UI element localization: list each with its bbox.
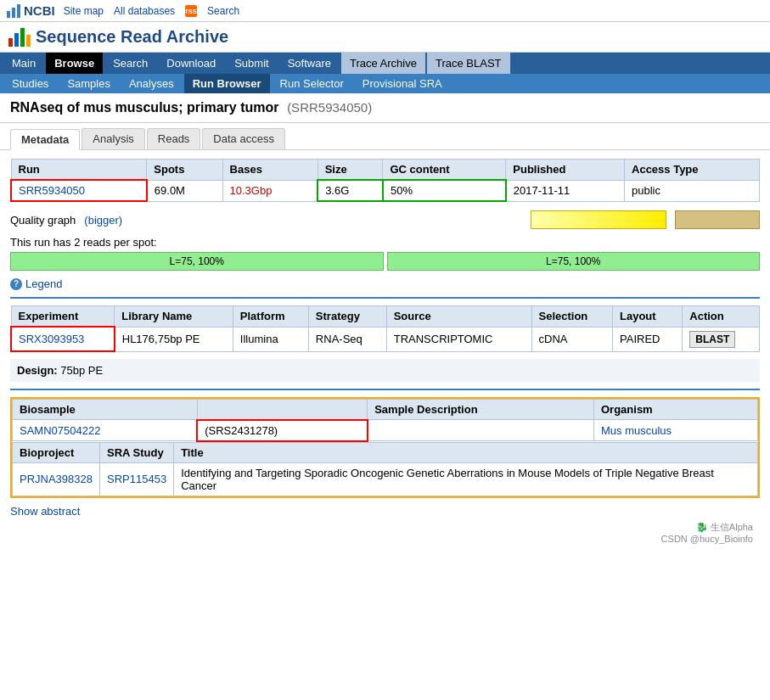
title-value: Identifying and Targeting Sporadic Oncog… <box>174 462 758 496</box>
col-run: Run <box>11 160 147 181</box>
access-value: public <box>625 180 760 201</box>
published-value: 2017-11-11 <box>506 180 625 201</box>
bioproject-link[interactable]: PRJNA398328 <box>20 473 93 485</box>
col-sample-desc: Sample Description <box>368 400 594 420</box>
experiment-table: Experiment Library Name Platform Strateg… <box>10 305 760 352</box>
search-top-link[interactable]: Search <box>207 5 239 17</box>
design-section: Design: 75bp PE <box>10 359 760 382</box>
blast-button[interactable]: BLAST <box>689 331 735 348</box>
subnav-provisional-sra[interactable]: Provisional SRA <box>354 74 451 93</box>
strategy-value: RNA-Seq <box>308 327 386 351</box>
tab-analysis[interactable]: Analysis <box>81 128 144 149</box>
run-link[interactable]: SRR5934050 <box>19 184 85 197</box>
sample-table: Biosample Sample Description Organism SA… <box>12 399 758 442</box>
tab-reads[interactable]: Reads <box>147 128 201 149</box>
sitemap-link[interactable]: Site map <box>64 5 104 17</box>
experiment-link[interactable]: SRX3093953 <box>19 333 84 345</box>
subnav-samples[interactable]: Samples <box>59 74 119 93</box>
subnav-studies[interactable]: Studies <box>3 74 57 93</box>
watermark: 🐉 生信AlphaCSDN @hucy_Bioinfo <box>10 518 760 547</box>
nav-search[interactable]: Search <box>104 53 156 74</box>
col-gc: GC content <box>383 160 506 181</box>
bioproject-table: Bioproject SRA Study Title PRJNA398328 S… <box>12 442 758 496</box>
col-strategy: Strategy <box>308 306 386 328</box>
sra-header: Sequence Read Archive <box>0 22 770 53</box>
col-sra-study: SRA Study <box>100 442 174 462</box>
col-source: Source <box>386 306 531 328</box>
col-biosample: Biosample <box>13 400 198 420</box>
nav-software[interactable]: Software <box>279 53 340 74</box>
ncbi-label: NCBI <box>24 3 55 18</box>
organism-link[interactable]: Mus musculus <box>601 424 672 437</box>
nav-submit[interactable]: Submit <box>226 53 277 74</box>
nav-browse[interactable]: Browse <box>46 53 103 74</box>
gc-value: 50% <box>383 180 506 201</box>
action-cell: BLAST <box>683 327 760 351</box>
quality-label: Quality graph <box>10 214 76 227</box>
col-bioproject: Bioproject <box>13 442 100 462</box>
nav-download[interactable]: Download <box>158 53 224 74</box>
rss-icon: rss <box>185 5 197 17</box>
col-bases: Bases <box>222 160 318 181</box>
source-value: TRANSCRIPTOMIC <box>386 327 531 351</box>
all-databases-link[interactable]: All databases <box>114 5 175 17</box>
tab-metadata[interactable]: Metadata <box>10 129 80 150</box>
reads-section: This run has 2 reads per spot: L=75, 100… <box>10 236 760 271</box>
top-bar: NCBI Site map All databases rss Search <box>0 0 770 22</box>
ncbi-bar-icon <box>7 4 20 18</box>
col-platform: Platform <box>233 306 308 328</box>
nav-trace-blast[interactable]: Trace BLAST <box>427 53 510 74</box>
subnav-run-browser[interactable]: Run Browser <box>184 74 270 93</box>
ncbi-logo: NCBI <box>7 3 55 18</box>
accession: (SRR5934050) <box>287 100 372 115</box>
sra-chart-icon <box>8 28 31 47</box>
read-bar-1: L=75, 100% <box>10 252 384 271</box>
nav-main[interactable]: Main <box>3 53 44 74</box>
read-bar-2: L=75, 100% <box>387 252 761 271</box>
experiment-id-cell: SRX3093953 <box>11 327 115 351</box>
col-size: Size <box>318 160 383 181</box>
sra-logo: Sequence Read Archive <box>8 27 228 47</box>
biosample-link[interactable]: SAMN07504222 <box>20 424 100 437</box>
page-title: RNAseq of mus musculus; primary tumor <box>10 100 279 115</box>
quality-bigger-link[interactable]: (bigger) <box>84 214 122 227</box>
legend-label: Legend <box>25 277 62 290</box>
quality-bar-yellow <box>531 210 666 229</box>
srs-value: (SRS2431278) <box>197 420 368 441</box>
library-name-value: HL176,75bp PE <box>115 327 233 351</box>
legend-icon: ? <box>10 278 22 290</box>
legend-link[interactable]: ? Legend <box>10 277 760 290</box>
subnav-run-selector[interactable]: Run Selector <box>272 74 352 93</box>
platform-value: Illumina <box>233 327 308 351</box>
col-layout: Layout <box>613 306 683 328</box>
sample-desc-value <box>368 420 594 441</box>
col-organism: Organism <box>594 400 758 420</box>
col-published: Published <box>506 160 625 181</box>
spots-value: 69.0M <box>147 180 222 201</box>
nav-trace-archive[interactable]: Trace Archive <box>341 53 425 74</box>
page-title-bar: RNAseq of mus musculus; primary tumor (S… <box>0 93 770 123</box>
size-value: 3.6G <box>318 180 383 201</box>
run-value: SRR5934050 <box>11 180 147 201</box>
layout-value: PAIRED <box>613 327 683 351</box>
reads-intro: This run has 2 reads per spot: <box>10 236 760 249</box>
biosample-row: SAMN07504222 (SRS2431278) Mus musculus <box>13 420 758 441</box>
content-area: Run Spots Bases Size GC content Publishe… <box>0 150 770 556</box>
design-value: 75bp PE <box>60 364 103 377</box>
show-abstract-link[interactable]: Show abstract <box>10 505 80 518</box>
sra-title: Sequence Read Archive <box>36 27 228 47</box>
sra-study-link[interactable]: SRP115453 <box>107 473 166 485</box>
bases-value: 10.3Gbp <box>222 180 318 201</box>
bioproject-value: PRJNA398328 <box>13 462 100 496</box>
subnav-analyses[interactable]: Analyses <box>121 74 183 93</box>
biosample-value: SAMN07504222 <box>13 420 198 441</box>
main-nav: Main Browse Search Download Submit Softw… <box>0 53 770 74</box>
top-links: Site map All databases rss Search <box>64 5 239 17</box>
metadata-row: SRR5934050 69.0M 10.3Gbp 3.6G 50% 2017-1… <box>11 180 760 201</box>
tab-data-access[interactable]: Data access <box>202 128 285 149</box>
col-action: Action <box>683 306 760 328</box>
col-access: Access Type <box>625 160 760 181</box>
col-selection: Selection <box>531 306 613 328</box>
content-tabs: Metadata Analysis Reads Data access <box>0 123 770 150</box>
selection-value: cDNA <box>531 327 613 351</box>
